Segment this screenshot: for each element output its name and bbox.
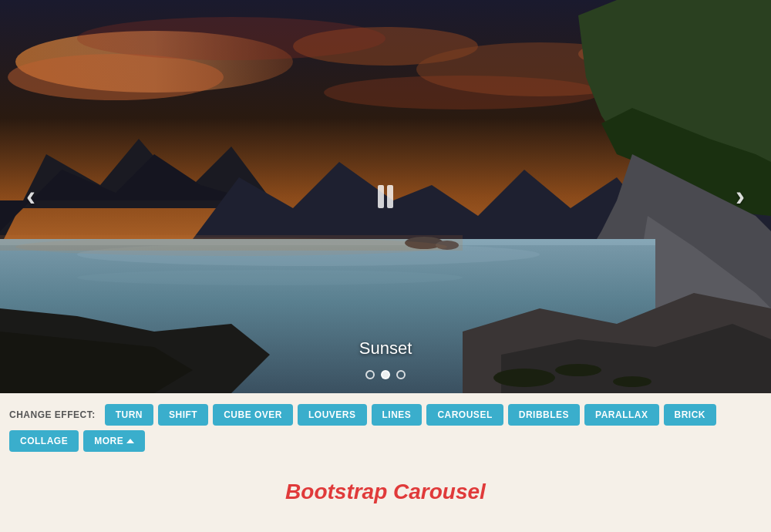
effect-lines-button[interactable]: LINES: [372, 404, 423, 426]
svg-point-6: [77, 17, 386, 60]
effect-parallax-button[interactable]: PARALLAX: [584, 404, 658, 426]
carousel-prev-button[interactable]: ‹: [12, 177, 50, 216]
carousel-dots: [365, 370, 406, 379]
effect-louvers-button[interactable]: LOUVERS: [298, 404, 367, 426]
svg-point-25: [493, 369, 555, 387]
carousel-caption: Sunset: [359, 338, 412, 359]
pause-bar-left: [378, 185, 384, 208]
svg-point-27: [613, 376, 651, 387]
svg-point-26: [555, 364, 601, 376]
svg-point-7: [324, 76, 601, 109]
effect-cube-over-button[interactable]: CUBE OVER: [213, 404, 293, 426]
effect-dribbles-button[interactable]: DRIBBLES: [508, 404, 580, 426]
effect-more-button[interactable]: MORE: [83, 430, 145, 452]
effects-bar: CHANGE EFFECT: TURN SHIFT CUBE OVER LOUV…: [0, 393, 771, 463]
effect-turn-button[interactable]: TURN: [105, 404, 153, 426]
effect-collage-button[interactable]: COLLAGE: [9, 430, 79, 452]
footer-title: Bootstrap Carousel: [0, 463, 771, 512]
effect-shift-button[interactable]: SHIFT: [158, 404, 208, 426]
carousel-dot-1[interactable]: [365, 370, 375, 379]
effect-brick-button[interactable]: BRICK: [664, 404, 717, 426]
chevron-up-icon: [126, 439, 134, 443]
svg-point-18: [77, 270, 463, 285]
svg-point-29: [15, 237, 447, 256]
carousel-dot-2[interactable]: [381, 370, 390, 379]
effect-carousel-button[interactable]: CAROUSEL: [426, 404, 503, 426]
carousel-dot-3[interactable]: [396, 370, 406, 379]
carousel-container: ‹ › Sunset: [0, 0, 771, 393]
pause-bar-right: [387, 185, 393, 208]
carousel-pause-button[interactable]: [378, 185, 393, 208]
carousel-next-button[interactable]: ›: [721, 177, 759, 216]
effects-label: CHANGE EFFECT:: [9, 409, 96, 420]
svg-point-2: [8, 54, 224, 100]
